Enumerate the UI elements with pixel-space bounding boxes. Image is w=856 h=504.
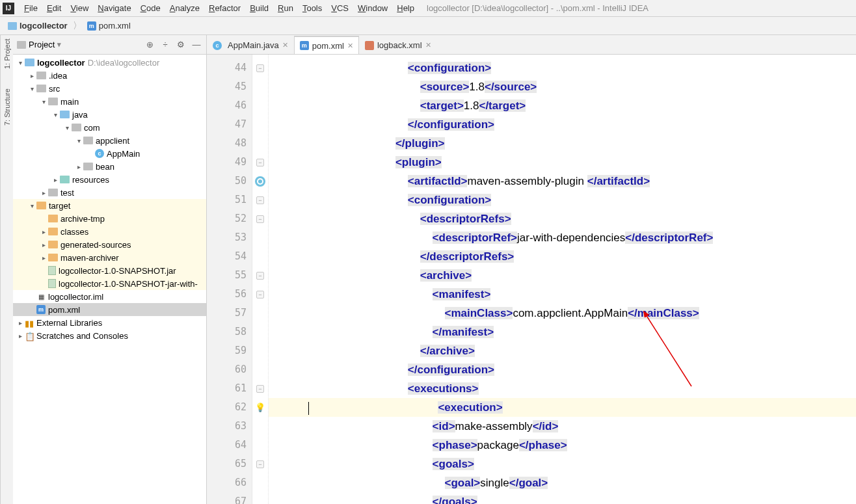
line-number-gutter[interactable]: 4445464748495051525354555657585960616263… (207, 55, 252, 504)
fold-icon[interactable]: − (256, 64, 264, 72)
tree-item-archive-tmp[interactable]: archive-tmp (13, 212, 206, 225)
intellij-icon: IJ (3, 3, 14, 14)
code-line-54[interactable]: </descriptorRefs> (269, 247, 856, 266)
code-line-46[interactable]: <target>1.8</target> (269, 96, 856, 115)
folder-icon (48, 228, 58, 235)
menu-file[interactable]: File (20, 1, 42, 15)
close-icon[interactable]: ✕ (425, 41, 431, 49)
folder-icon (36, 85, 46, 92)
tree-item-jar2[interactable]: logcollector-1.0-SNAPSHOT-jar-with- (13, 277, 206, 290)
tree-item-jar1[interactable]: logcollector-1.0-SNAPSHOT.jar (13, 264, 206, 277)
fold-icon[interactable]: − (256, 460, 264, 468)
code-line-52[interactable]: <descriptorRefs> (269, 209, 856, 228)
code-line-47[interactable]: </configuration> (269, 115, 856, 134)
tree-item-com[interactable]: ▾com (13, 121, 206, 134)
tab-pom-xml[interactable]: mpom.xml✕ (294, 36, 359, 54)
bulb-icon[interactable]: 💡 (255, 403, 265, 412)
fold-icon[interactable]: − (256, 291, 264, 298)
tree-item-classes[interactable]: ▸classes (13, 225, 206, 238)
hide-icon[interactable]: — (191, 39, 202, 51)
tree-item-scratches[interactable]: ▸📋Scratches and Consoles (13, 329, 206, 342)
code-line-62[interactable]: <execution> (269, 398, 856, 417)
tree-item-appclient[interactable]: ▾appclient (13, 134, 206, 147)
fold-icon[interactable]: − (256, 215, 264, 223)
code-line-64[interactable]: <phase>package</phase> (269, 436, 856, 455)
tree-item-pom[interactable]: mpom.xml (13, 303, 206, 316)
code-line-63[interactable]: <id>make-assembly</id> (269, 417, 856, 436)
tree-item-resources[interactable]: ▸resources (13, 173, 206, 186)
code-editor[interactable]: <configuration> <source>1.8</source> <ta… (269, 55, 856, 504)
menu-code[interactable]: Code (136, 1, 165, 15)
code-line-49[interactable]: <plugin> (269, 153, 856, 172)
code-line-58[interactable]: </manifest> (269, 323, 856, 341)
breadcrumb-root-label: logcollector (20, 21, 68, 31)
tree-item-generated-sources[interactable]: ▸generated-sources (13, 238, 206, 251)
tree-item-maven-archiver[interactable]: ▸maven-archiver (13, 251, 206, 264)
maven-icon: m (36, 305, 46, 314)
menu-tools[interactable]: Tools (298, 1, 327, 15)
menu-view[interactable]: View (66, 1, 93, 15)
code-line-60[interactable]: </configuration> (269, 360, 856, 379)
breadcrumb: logcollector 〉 m pom.xml (0, 17, 856, 35)
code-line-57[interactable]: <mainClass>com.appclient.AppMain</mainCl… (269, 304, 856, 323)
menu-analyze[interactable]: Analyze (165, 1, 204, 15)
tab-label: pom.xml (312, 41, 344, 51)
project-panel: Project ▾ ⊕ ÷ ⚙ — ▾logcollectorD:\idea\l… (13, 35, 207, 504)
tab-AppMain-java[interactable]: cAppMain.java✕ (207, 36, 294, 54)
close-icon[interactable]: ✕ (347, 42, 353, 50)
code-line-66[interactable]: <goal>single</goal> (269, 473, 856, 492)
code-line-45[interactable]: <source>1.8</source> (269, 77, 856, 96)
code-line-55[interactable]: <archive> (269, 266, 856, 285)
code-line-51[interactable]: <configuration> (269, 191, 856, 209)
code-line-44[interactable]: <configuration> (269, 59, 856, 77)
chevron-down-icon: ▾ (57, 40, 61, 49)
folder-icon (48, 98, 58, 105)
collapse-icon[interactable]: ÷ (159, 39, 171, 51)
code-line-59[interactable]: </archive> (269, 341, 856, 360)
fold-icon[interactable]: − (256, 159, 264, 166)
tree-item-main[interactable]: ▾main (13, 95, 206, 108)
xml-icon (365, 41, 374, 50)
code-line-67[interactable]: </goals> (269, 492, 856, 504)
fold-gutter[interactable]: −−−−−−−💡− (252, 55, 269, 504)
code-line-61[interactable]: <executions> (269, 379, 856, 398)
tree-item-iml[interactable]: ▦logcollector.iml (13, 290, 206, 303)
menu-build[interactable]: Build (245, 1, 273, 15)
code-line-65[interactable]: <goals> (269, 455, 856, 473)
tree-root[interactable]: ▾logcollectorD:\idea\logcollector (13, 56, 206, 69)
menu-navigate[interactable]: Navigate (93, 1, 135, 15)
project-tool-button[interactable]: 1: Project (3, 39, 11, 69)
code-line-53[interactable]: <descriptorRef>jar-with-dependencies</de… (269, 228, 856, 247)
code-line-56[interactable]: <manifest> (269, 285, 856, 304)
menu-window[interactable]: Window (353, 1, 392, 15)
fold-icon[interactable]: − (256, 272, 264, 280)
tree-item-ext-lib[interactable]: ▸▮▮External Libraries (13, 316, 206, 329)
project-panel-title[interactable]: Project ▾ (17, 40, 140, 49)
menu-vcs[interactable]: VCS (327, 1, 353, 15)
menu-edit[interactable]: Edit (42, 1, 66, 15)
gear-icon[interactable]: ⚙ (175, 39, 187, 51)
tree-item-java[interactable]: ▾java (13, 108, 206, 121)
tree-item-target[interactable]: ▾target (13, 199, 206, 212)
tree-item-src[interactable]: ▾src (13, 82, 206, 95)
menu-run[interactable]: Run (273, 1, 298, 15)
fold-icon[interactable]: − (256, 385, 264, 393)
tab-logback-xml[interactable]: logback.xml✕ (359, 36, 437, 54)
menu-refactor[interactable]: Refactor (204, 1, 245, 15)
locate-icon[interactable]: ⊕ (144, 39, 155, 51)
structure-tool-button[interactable]: 7: Structure (3, 88, 11, 126)
tree-item-appmain[interactable]: cAppMain (13, 147, 206, 160)
fold-icon[interactable]: − (256, 196, 264, 204)
folder-icon (48, 241, 58, 248)
breadcrumb-root[interactable]: logcollector (5, 20, 70, 32)
code-line-50[interactable]: <artifactId>maven-assembly-plugin </arti… (269, 172, 856, 191)
tree-item-bean[interactable]: ▸bean (13, 160, 206, 173)
tree-item-idea[interactable]: ▸.idea (13, 69, 206, 82)
breadcrumb-file[interactable]: m pom.xml (85, 20, 133, 32)
menu-help[interactable]: Help (392, 1, 419, 15)
tree-item-test[interactable]: ▸test (13, 186, 206, 199)
project-tree[interactable]: ▾logcollectorD:\idea\logcollector ▸.idea… (13, 55, 206, 504)
code-line-48[interactable]: </plugin> (269, 134, 856, 153)
gutter-run-icon[interactable] (255, 176, 265, 187)
close-icon[interactable]: ✕ (282, 41, 288, 49)
